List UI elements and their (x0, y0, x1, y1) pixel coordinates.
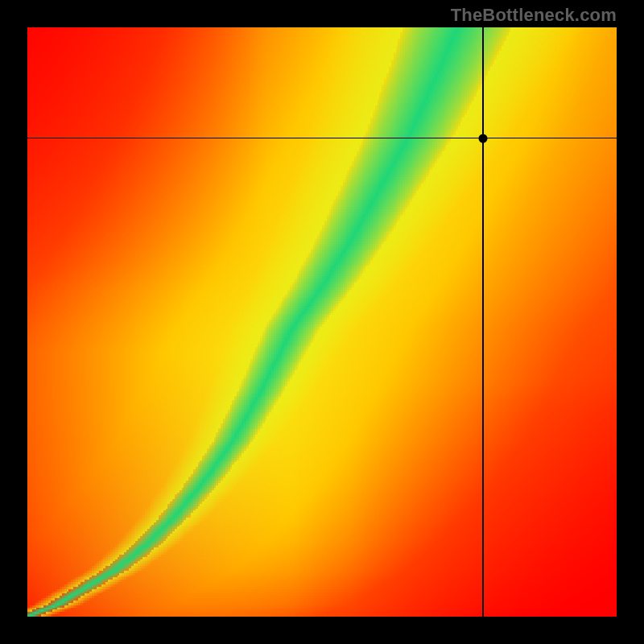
attribution-text: TheBottleneck.com (451, 5, 617, 26)
chart-frame: TheBottleneck.com (0, 0, 644, 644)
plot-area (27, 27, 617, 617)
bottleneck-heatmap (27, 27, 617, 617)
